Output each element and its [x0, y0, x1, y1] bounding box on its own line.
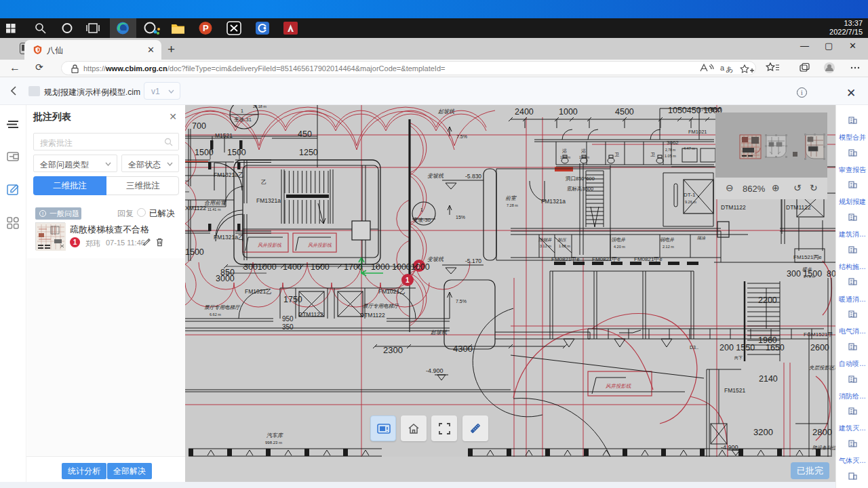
svg-text:2140: 2140 — [759, 374, 778, 384]
svg-text:2400: 2400 — [515, 107, 534, 117]
svg-text:1400: 1400 — [283, 262, 302, 272]
svg-text:2800: 2800 — [812, 427, 832, 437]
svg-text:1.05 m: 1.05 m — [665, 154, 676, 158]
svg-text:2300: 2300 — [383, 345, 403, 355]
svg-text:a: a — [720, 64, 725, 72]
svg-text:1.69 m: 1.69 m — [560, 155, 570, 159]
svg-text:1650: 1650 — [766, 343, 785, 352]
svg-text:P: P — [203, 23, 209, 33]
svg-text:FM0821甲e: FM0821甲e — [551, 256, 580, 262]
svg-text:7.5%: 7.5% — [456, 299, 467, 304]
svg-text:弱电井: 弱电井 — [660, 237, 675, 242]
svg-text:1500: 1500 — [185, 247, 204, 257]
svg-text:卫: 卫 — [650, 152, 655, 157]
svg-text:FM1021: FM1021 — [688, 129, 707, 135]
svg-text:FM0821甲e: FM0821甲e — [592, 256, 620, 262]
svg-text:1500: 1500 — [227, 148, 246, 157]
svg-text:风井投影线: 风井投影线 — [258, 243, 282, 247]
svg-text:变坡线: 变坡线 — [427, 173, 444, 179]
svg-text:D3..: D3.. — [690, 345, 698, 350]
svg-text:强电井: 强电井 — [611, 237, 626, 242]
svg-text:200 1550: 200 1550 — [719, 343, 755, 352]
svg-text:-4.900: -4.900 — [721, 444, 738, 451]
svg-text:加压: 加压 — [557, 237, 568, 242]
svg-text:FM1021乙: FM1021乙 — [245, 288, 272, 295]
svg-text:FM0821甲e: FM0821甲e — [634, 256, 663, 262]
svg-text:FM1321a: FM1321a — [541, 198, 566, 205]
svg-text:15%: 15% — [456, 215, 465, 220]
svg-text:1750: 1750 — [283, 295, 302, 304]
svg-text:卫: 卫 — [614, 152, 619, 157]
svg-text:起坡线: 起坡线 — [438, 108, 455, 115]
svg-text:1: 1 — [420, 207, 423, 212]
svg-text:-5.170: -5.170 — [465, 258, 481, 264]
svg-text:前室: 前室 — [505, 195, 517, 201]
svg-text:-4.900: -4.900 — [426, 367, 443, 374]
svg-text:浴: 浴 — [581, 148, 586, 154]
svg-text:6.62 m: 6.62 m — [210, 312, 221, 317]
svg-text:降设备到位: 降设备到位 — [812, 445, 835, 450]
svg-text:1: 1 — [241, 108, 243, 113]
svg-text:汽车库: 汽车库 — [267, 432, 283, 439]
svg-text:隔油: 隔油 — [697, 236, 706, 240]
svg-text:FGM1521甲: FGM1521甲 — [804, 331, 833, 338]
svg-text:800: 800 — [827, 269, 835, 279]
svg-text:排烟井: 排烟井 — [538, 237, 552, 242]
svg-text:450: 450 — [298, 129, 312, 139]
svg-text:乙: 乙 — [261, 179, 267, 185]
svg-text:3000: 3000 — [216, 274, 235, 283]
svg-text:300 1500: 300 1500 — [787, 269, 822, 279]
svg-text:风井投影线: 风井投影线 — [308, 243, 332, 247]
svg-text:DTM1122: DTM1122 — [786, 204, 811, 211]
svg-text:4500: 4500 — [615, 107, 634, 117]
svg-text:7.28 m: 7.28 m — [507, 203, 518, 207]
svg-text:夹层投影区域: 夹层投影区域 — [809, 365, 835, 371]
svg-text:4.20 m: 4.20 m — [614, 245, 625, 249]
svg-text:3.12 m: 3.12 m — [540, 244, 551, 248]
svg-text:28.18 m: 28.18 m — [253, 105, 267, 108]
svg-text:950: 950 — [282, 315, 294, 323]
svg-text:4.47 m: 4.47 m — [684, 146, 695, 150]
svg-text:变坡线: 变坡线 — [427, 256, 444, 262]
svg-text:1700: 1700 — [344, 262, 363, 272]
svg-text:1.68 m: 1.68 m — [559, 244, 570, 248]
svg-text:DT-1: DT-1 — [684, 192, 696, 198]
svg-text:9.26 m: 9.26 m — [685, 200, 696, 204]
svg-text:1250: 1250 — [299, 148, 318, 157]
svg-text:底标高3500: 底标高3500 — [567, 186, 593, 192]
svg-text:1000: 1000 — [371, 262, 390, 272]
svg-text:起坡线: 起坡线 — [431, 329, 448, 336]
svg-text:11.41 m: 11.41 m — [208, 207, 221, 211]
svg-text:998.23 m: 998.23 m — [265, 441, 282, 445]
svg-text:1500: 1500 — [195, 148, 214, 157]
svg-text:DTM1122: DTM1122 — [360, 312, 385, 319]
svg-text:10001000: 10001000 — [392, 262, 430, 272]
svg-text:合用前室: 合用前室 — [204, 200, 226, 206]
svg-text:变坡-30: 变坡-30 — [413, 217, 431, 223]
svg-text:2600: 2600 — [810, 343, 829, 352]
svg-text:あ: あ — [726, 65, 733, 73]
svg-text:2.12 m: 2.12 m — [663, 245, 674, 249]
svg-text:4300: 4300 — [453, 344, 473, 354]
svg-text:FM1521: FM1521 — [724, 387, 745, 394]
svg-text:700: 700 — [192, 121, 206, 131]
svg-text:FM1321a: FM1321a — [256, 197, 281, 204]
svg-text:3200: 3200 — [753, 427, 773, 437]
svg-text:展厅专用电梯厅: 展厅专用电梯厅 — [204, 304, 241, 310]
svg-text:3062: 3062 — [667, 140, 679, 146]
svg-text:风井投影线: 风井投影线 — [606, 383, 631, 389]
svg-text:2,78 m: 2,78 m — [665, 148, 675, 152]
svg-text:350: 350 — [282, 323, 294, 331]
svg-text:-5.830: -5.830 — [465, 173, 481, 180]
svg-text:展厅专用电梯厅: 展厅专用电梯厅 — [363, 303, 399, 309]
svg-text:1000: 1000 — [559, 107, 578, 117]
svg-text:3001000: 3001000 — [243, 262, 277, 272]
svg-text:向下: 向下 — [734, 356, 743, 360]
svg-text:变坡-31: 变坡-31 — [234, 117, 252, 123]
svg-text:浴: 浴 — [562, 148, 567, 154]
svg-text:7.5%: 7.5% — [456, 134, 467, 139]
svg-text:DTM1122: DTM1122 — [298, 311, 323, 318]
svg-text:DTM1122: DTM1122 — [721, 204, 746, 211]
svg-text:M1521: M1521 — [215, 132, 233, 139]
svg-text:FM1021乙: FM1021乙 — [378, 288, 406, 295]
